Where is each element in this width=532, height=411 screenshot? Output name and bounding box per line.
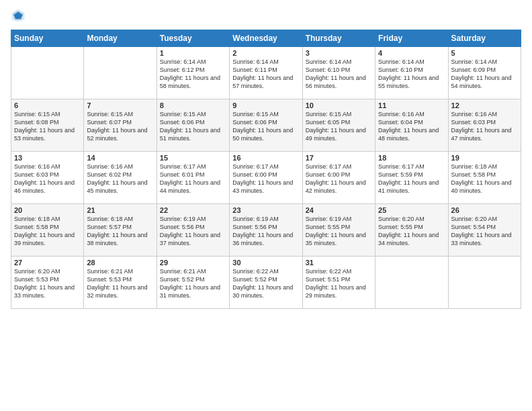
cell-text: Sunrise: 6:15 AMSunset: 6:05 PMDaylight:… <box>306 111 366 142</box>
day-number: 22 <box>160 206 226 214</box>
calendar-cell <box>448 257 521 309</box>
calendar-cell: 30Sunrise: 6:22 AMSunset: 5:52 PMDayligh… <box>230 257 302 309</box>
week-row-3: 13Sunrise: 6:16 AMSunset: 6:03 PMDayligh… <box>11 152 521 204</box>
page: SundayMondayTuesdayWednesdayThursdayFrid… <box>0 0 532 411</box>
day-number: 24 <box>306 206 372 214</box>
day-number: 11 <box>378 101 445 109</box>
day-number: 25 <box>378 206 445 214</box>
cell-text: Sunrise: 6:19 AMSunset: 5:56 PMDaylight:… <box>232 216 293 246</box>
cell-text: Sunrise: 6:15 AMSunset: 6:08 PMDaylight:… <box>14 111 75 142</box>
calendar-cell: 22Sunrise: 6:19 AMSunset: 5:56 PMDayligh… <box>157 204 229 257</box>
cell-text: Sunrise: 6:22 AMSunset: 5:52 PMDaylight:… <box>232 268 293 299</box>
calendar-cell: 24Sunrise: 6:19 AMSunset: 5:55 PMDayligh… <box>302 204 375 257</box>
calendar-cell: 26Sunrise: 6:20 AMSunset: 5:54 PMDayligh… <box>448 204 521 257</box>
cell-text: Sunrise: 6:16 AMSunset: 6:03 PMDaylight:… <box>14 163 75 194</box>
cell-text: Sunrise: 6:18 AMSunset: 5:57 PMDaylight:… <box>87 216 147 246</box>
day-number: 15 <box>160 154 226 162</box>
dow-header-tuesday: Tuesday <box>157 30 229 47</box>
dow-header-saturday: Saturday <box>448 30 521 47</box>
day-number: 13 <box>14 154 81 162</box>
day-number: 12 <box>451 101 518 109</box>
day-number: 1 <box>160 49 226 57</box>
cell-text: Sunrise: 6:18 AMSunset: 5:58 PMDaylight:… <box>451 163 512 194</box>
day-number: 19 <box>451 154 518 162</box>
cell-text: Sunrise: 6:17 AMSunset: 6:00 PMDaylight:… <box>306 163 366 194</box>
cell-text: Sunrise: 6:19 AMSunset: 5:55 PMDaylight:… <box>306 216 366 246</box>
day-number: 9 <box>232 101 299 109</box>
calendar-cell: 2Sunrise: 6:14 AMSunset: 6:11 PMDaylight… <box>230 47 302 99</box>
calendar-cell: 12Sunrise: 6:16 AMSunset: 6:03 PMDayligh… <box>448 99 521 152</box>
day-number: 6 <box>14 101 81 109</box>
day-number: 14 <box>87 154 153 162</box>
week-row-5: 27Sunrise: 6:20 AMSunset: 5:53 PMDayligh… <box>11 257 521 309</box>
day-number: 26 <box>451 206 518 214</box>
calendar-cell: 1Sunrise: 6:14 AMSunset: 6:12 PMDaylight… <box>157 47 229 99</box>
cell-text: Sunrise: 6:19 AMSunset: 5:56 PMDaylight:… <box>160 216 220 246</box>
cell-text: Sunrise: 6:15 AMSunset: 6:06 PMDaylight:… <box>232 111 293 142</box>
dow-header-friday: Friday <box>375 30 448 47</box>
day-number: 20 <box>14 206 81 214</box>
calendar-cell: 13Sunrise: 6:16 AMSunset: 6:03 PMDayligh… <box>11 152 84 204</box>
header <box>11 8 521 23</box>
week-row-2: 6Sunrise: 6:15 AMSunset: 6:08 PMDaylight… <box>11 99 521 152</box>
cell-text: Sunrise: 6:14 AMSunset: 6:10 PMDaylight:… <box>378 58 439 89</box>
dow-header-sunday: Sunday <box>11 30 84 47</box>
calendar-cell: 25Sunrise: 6:20 AMSunset: 5:55 PMDayligh… <box>375 204 448 257</box>
calendar-cell <box>375 257 448 309</box>
calendar-table: SundayMondayTuesdayWednesdayThursdayFrid… <box>11 30 521 309</box>
calendar-body: 1Sunrise: 6:14 AMSunset: 6:12 PMDaylight… <box>11 47 521 309</box>
calendar-cell: 9Sunrise: 6:15 AMSunset: 6:06 PMDaylight… <box>230 99 302 152</box>
day-number: 7 <box>87 101 153 109</box>
cell-text: Sunrise: 6:16 AMSunset: 6:04 PMDaylight:… <box>378 111 439 142</box>
day-number: 18 <box>378 154 445 162</box>
day-number: 23 <box>232 206 299 214</box>
calendar-cell: 8Sunrise: 6:15 AMSunset: 6:06 PMDaylight… <box>157 99 229 152</box>
cell-text: Sunrise: 6:20 AMSunset: 5:53 PMDaylight:… <box>14 268 75 299</box>
day-number: 30 <box>232 259 299 267</box>
day-number: 10 <box>306 101 372 109</box>
calendar-cell: 17Sunrise: 6:17 AMSunset: 6:00 PMDayligh… <box>302 152 375 204</box>
cell-text: Sunrise: 6:21 AMSunset: 5:52 PMDaylight:… <box>160 268 220 299</box>
day-number: 3 <box>306 49 372 57</box>
day-of-week-row: SundayMondayTuesdayWednesdayThursdayFrid… <box>11 30 521 47</box>
day-number: 21 <box>87 206 153 214</box>
calendar-cell: 11Sunrise: 6:16 AMSunset: 6:04 PMDayligh… <box>375 99 448 152</box>
calendar-cell: 10Sunrise: 6:15 AMSunset: 6:05 PMDayligh… <box>302 99 375 152</box>
dow-header-monday: Monday <box>84 30 157 47</box>
logo-icon <box>11 8 26 23</box>
calendar-cell: 4Sunrise: 6:14 AMSunset: 6:10 PMDaylight… <box>375 47 448 99</box>
calendar-cell: 31Sunrise: 6:22 AMSunset: 5:51 PMDayligh… <box>302 257 375 309</box>
cell-text: Sunrise: 6:15 AMSunset: 6:07 PMDaylight:… <box>87 111 147 142</box>
cell-text: Sunrise: 6:17 AMSunset: 6:01 PMDaylight:… <box>160 163 220 194</box>
calendar-cell: 5Sunrise: 6:14 AMSunset: 6:09 PMDaylight… <box>448 47 521 99</box>
calendar-cell: 6Sunrise: 6:15 AMSunset: 6:08 PMDaylight… <box>11 99 84 152</box>
cell-text: Sunrise: 6:20 AMSunset: 5:55 PMDaylight:… <box>378 216 439 246</box>
calendar-cell <box>11 47 84 99</box>
cell-text: Sunrise: 6:18 AMSunset: 5:58 PMDaylight:… <box>14 216 75 246</box>
cell-text: Sunrise: 6:21 AMSunset: 5:53 PMDaylight:… <box>87 268 147 299</box>
cell-text: Sunrise: 6:22 AMSunset: 5:51 PMDaylight:… <box>306 268 366 299</box>
logo <box>11 8 28 23</box>
day-number: 17 <box>306 154 372 162</box>
day-number: 27 <box>14 259 81 267</box>
cell-text: Sunrise: 6:14 AMSunset: 6:10 PMDaylight:… <box>306 58 366 89</box>
cell-text: Sunrise: 6:15 AMSunset: 6:06 PMDaylight:… <box>160 111 220 142</box>
calendar-cell: 19Sunrise: 6:18 AMSunset: 5:58 PMDayligh… <box>448 152 521 204</box>
calendar-cell: 20Sunrise: 6:18 AMSunset: 5:58 PMDayligh… <box>11 204 84 257</box>
cell-text: Sunrise: 6:17 AMSunset: 5:59 PMDaylight:… <box>378 163 439 194</box>
day-number: 28 <box>87 259 153 267</box>
cell-text: Sunrise: 6:16 AMSunset: 6:03 PMDaylight:… <box>451 111 512 142</box>
cell-text: Sunrise: 6:14 AMSunset: 6:09 PMDaylight:… <box>451 58 512 89</box>
day-number: 29 <box>160 259 226 267</box>
day-number: 5 <box>451 49 518 57</box>
calendar-cell: 18Sunrise: 6:17 AMSunset: 5:59 PMDayligh… <box>375 152 448 204</box>
cell-text: Sunrise: 6:17 AMSunset: 6:00 PMDaylight:… <box>232 163 293 194</box>
week-row-4: 20Sunrise: 6:18 AMSunset: 5:58 PMDayligh… <box>11 204 521 257</box>
cell-text: Sunrise: 6:20 AMSunset: 5:54 PMDaylight:… <box>451 216 512 246</box>
dow-header-thursday: Thursday <box>302 30 375 47</box>
calendar-cell: 15Sunrise: 6:17 AMSunset: 6:01 PMDayligh… <box>157 152 229 204</box>
cell-text: Sunrise: 6:14 AMSunset: 6:12 PMDaylight:… <box>160 58 220 89</box>
calendar-cell: 21Sunrise: 6:18 AMSunset: 5:57 PMDayligh… <box>84 204 157 257</box>
calendar-cell: 29Sunrise: 6:21 AMSunset: 5:52 PMDayligh… <box>157 257 229 309</box>
day-number: 2 <box>232 49 299 57</box>
